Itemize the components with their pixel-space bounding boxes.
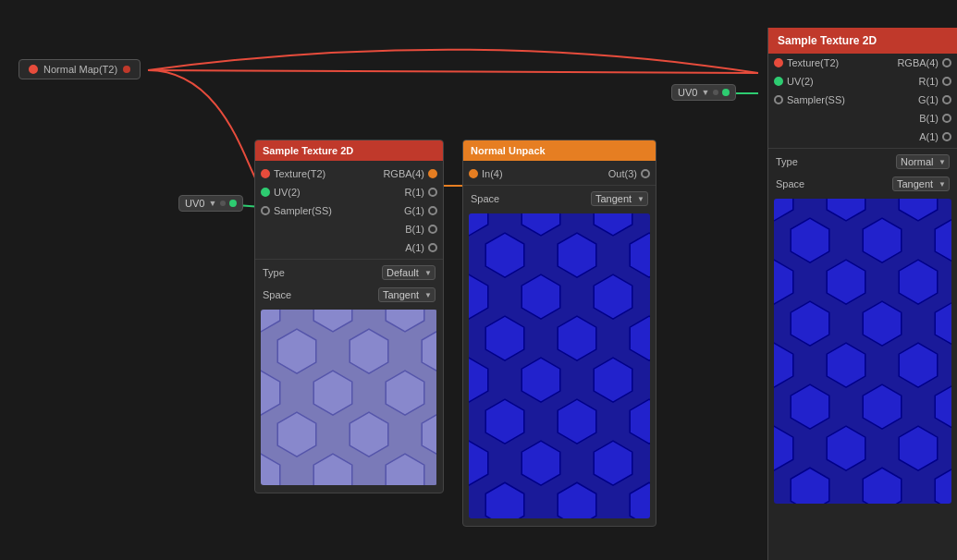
normal-map-node: Normal Map(T2): [18, 59, 141, 79]
sample-texture-node: Sample Texture 2D Texture(T2) RGBA(4) UV…: [254, 140, 444, 493]
uv-in-label: UV(2): [274, 187, 301, 198]
r1-out-port[interactable]: [428, 188, 437, 197]
in4-port[interactable]: [469, 169, 478, 178]
rp-rgba-port[interactable]: [942, 58, 951, 67]
b1-row: B(1): [255, 220, 443, 238]
rp-r1-port[interactable]: [942, 77, 951, 86]
normal-unpack-node: Normal Unpack In(4) Out(3) Space Tangent…: [462, 140, 656, 527]
right-panel-body: Texture(T2) RGBA(4) UV(2) R(1) Sampler(S…: [768, 54, 957, 504]
uv-dropdown-arrow-right: ▼: [701, 88, 709, 97]
rp-sampler-label: Sampler(SS): [787, 94, 845, 105]
texture-row: Texture(T2) RGBA(4): [255, 164, 443, 183]
uv-label-left: UV0: [185, 198, 204, 209]
rp-type-label: Type: [776, 156, 798, 167]
unpack-space-select[interactable]: Tangent World: [591, 191, 648, 206]
rp-space-select-wrap[interactable]: Tangent World: [892, 177, 950, 191]
g1-out-port[interactable]: [428, 206, 437, 215]
rgba-out-port[interactable]: [428, 169, 437, 178]
rp-a1-port[interactable]: [942, 132, 951, 141]
g1-out-label: G(1): [404, 205, 424, 216]
rp-a1-label: A(1): [919, 131, 939, 142]
rp-type-select-wrap[interactable]: Normal Default: [896, 154, 950, 169]
uv-in-port[interactable]: [261, 188, 270, 197]
sampler-in-port[interactable]: [261, 206, 270, 215]
rp-a1-row: A(1): [768, 128, 957, 146]
rp-b1-port[interactable]: [942, 114, 951, 123]
normal-unpack-title: Normal Unpack: [471, 145, 546, 156]
rp-space-row: Space Tangent World: [768, 173, 957, 195]
rp-space-label: Space: [776, 178, 804, 189]
unpack-space-select-wrap[interactable]: Tangent World: [591, 191, 648, 206]
right-panel: Sample Texture 2D Texture(T2) RGBA(4) UV…: [767, 28, 957, 560]
sampler-in-label: Sampler(SS): [274, 205, 332, 216]
b1-out-label: B(1): [405, 224, 424, 235]
uv-port-right: [713, 90, 718, 95]
unpack-space-label: Space: [471, 193, 499, 204]
sample-texture-preview: [261, 310, 437, 485]
rgba-out-label: RGBA(4): [383, 168, 424, 179]
uv-label-right: UV0: [678, 87, 697, 98]
rp-r1-label: R(1): [919, 76, 939, 87]
rp-texture-in-port[interactable]: [774, 58, 783, 67]
a1-out-label: A(1): [405, 242, 424, 253]
hex-canvas-blue-left: [469, 213, 650, 518]
a1-row: A(1): [255, 238, 443, 257]
sampler-row: Sampler(SS) G(1): [255, 201, 443, 220]
in4-row: In(4) Out(3): [463, 164, 656, 183]
rp-texture-row: Texture(T2) RGBA(4): [768, 54, 957, 72]
rp-b1-label: B(1): [919, 113, 939, 124]
type-select[interactable]: Default Normal: [382, 265, 436, 280]
b1-out-port[interactable]: [428, 225, 437, 234]
uv-node-right[interactable]: UV0 ▼: [671, 84, 736, 101]
normal-map-output-port[interactable]: [29, 65, 38, 74]
out3-port[interactable]: [641, 169, 650, 178]
hex-canvas-blue-right: [774, 199, 951, 504]
out3-label: Out(3): [608, 168, 637, 179]
rp-space-select[interactable]: Tangent World: [892, 177, 950, 191]
rp-texture-label: Texture(T2): [787, 57, 839, 68]
uv-row: UV(2) R(1): [255, 183, 443, 201]
uv-output-port-left[interactable]: [229, 200, 237, 207]
right-panel-title: Sample Texture 2D: [778, 34, 877, 47]
unpack-space-row: Space Tangent World: [463, 188, 656, 210]
normal-unpack-body: In(4) Out(3) Space Tangent World: [463, 161, 656, 526]
type-prop-row: Type Default Normal: [255, 262, 443, 284]
sample-texture-title: Sample Texture 2D: [263, 145, 353, 156]
rp-uv-label: UV(2): [787, 76, 814, 87]
rp-g1-port[interactable]: [942, 95, 951, 104]
space-prop-row: Space Tangent World: [255, 284, 443, 306]
rp-b1-row: B(1): [768, 109, 957, 128]
texture-in-port[interactable]: [261, 169, 270, 178]
space-select[interactable]: Tangent World: [378, 287, 436, 302]
normal-map-close-port[interactable]: [123, 66, 130, 73]
in4-label: In(4): [482, 168, 503, 179]
normal-map-label: Normal Map(T2): [43, 64, 117, 75]
a1-out-port[interactable]: [428, 243, 437, 252]
uv-port-left: [220, 201, 226, 206]
rp-type-row: Type Normal Default: [768, 151, 957, 173]
right-panel-header: Sample Texture 2D: [768, 28, 957, 54]
normal-unpack-preview: [469, 213, 650, 518]
uv-dropdown-arrow-left: ▼: [208, 199, 216, 208]
type-select-wrap[interactable]: Default Normal: [382, 265, 436, 280]
rp-sampler-in-port[interactable]: [774, 95, 783, 104]
sample-texture-body: Texture(T2) RGBA(4) UV(2) R(1) Sampler(S…: [255, 161, 443, 493]
uv-output-port-right[interactable]: [722, 89, 730, 96]
rp-preview: [774, 199, 951, 504]
uv-node-left[interactable]: UV0 ▼: [178, 195, 243, 212]
space-prop-label: Space: [263, 289, 291, 300]
type-prop-label: Type: [263, 267, 285, 278]
normal-unpack-header: Normal Unpack: [463, 140, 656, 161]
rp-type-select[interactable]: Normal Default: [896, 154, 950, 169]
rp-g1-label: G(1): [918, 94, 939, 105]
hex-canvas-purple: [261, 310, 436, 485]
rp-uv-row: UV(2) R(1): [768, 72, 957, 91]
space-select-wrap[interactable]: Tangent World: [378, 287, 436, 302]
rp-sampler-row: Sampler(SS) G(1): [768, 91, 957, 109]
texture-in-label: Texture(T2): [274, 168, 325, 179]
r1-out-label: R(1): [405, 187, 424, 198]
rp-uv-in-port[interactable]: [774, 77, 783, 86]
sample-texture-header: Sample Texture 2D: [255, 140, 443, 161]
rp-rgba-label: RGBA(4): [897, 57, 939, 68]
